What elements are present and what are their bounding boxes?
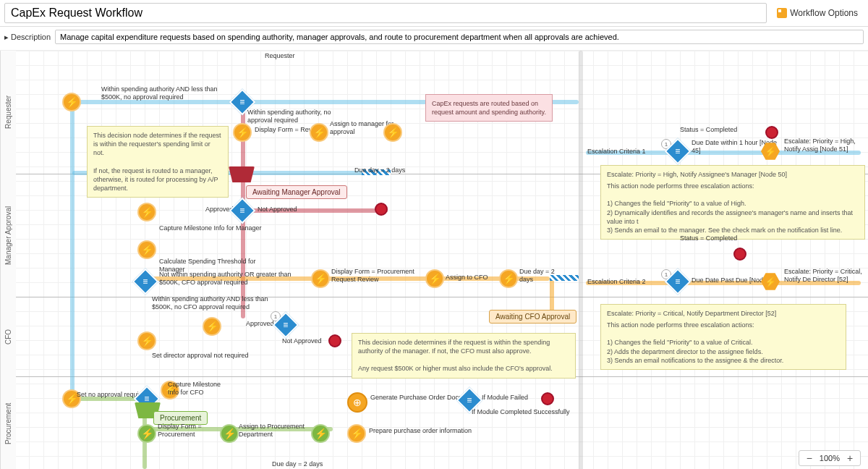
connector [70,101,75,398]
description-input[interactable] [55,30,864,44]
sticky-note[interactable]: This decision node determines if the req… [352,333,576,379]
state-pill[interactable]: Awaiting CFO Approval [489,310,576,324]
node-label: Capture Milestone Info for CFO [168,381,233,397]
note-line: 1) Changes the field "Priority" to a val… [607,338,840,347]
escalation-node[interactable]: ⚡ [761,272,780,291]
node-label: Escalate: Priority = Critical, Notify De… [784,268,868,284]
edge-label: If Module Failed [482,394,540,402]
action-node[interactable]: ⚡ [233,123,252,142]
edge-label: Not Approved [282,337,322,345]
edge-label: If Module Completed Successfully [472,408,573,416]
terminal-node[interactable] [765,126,778,139]
note-line: This action node performs three escalati… [607,321,840,329]
zoom-in-button[interactable]: + [844,452,856,464]
note-line: 1) Changes the field "Priority" to a val… [607,199,859,208]
note-line: 2) Adds the department director to the a… [607,347,840,356]
note-line: This decision node determines if the req… [358,338,569,355]
description-toggle[interactable]: ▸ Description [4,33,51,42]
action-node[interactable]: ⚡ [310,123,328,142]
edge-label: Not within spending authority OR greater… [159,271,311,287]
action-node[interactable]: ⚡ [347,424,366,443]
note-line: 3) Sends an email to the manager. See th… [607,226,859,234]
note-title: Escalate: Priority = High, Notify Assign… [607,170,859,179]
header-bar: Workflow Options [0,0,868,27]
lane-top-label: Requester [265,52,308,60]
zoom-out-button[interactable]: − [804,452,815,464]
decision-node[interactable]: ≡ [276,316,295,334]
note-line: This decision node determines if the req… [93,131,222,157]
action-node[interactable]: ⚡ [499,269,518,288]
node-label: Escalation Criteria 2 [587,278,660,286]
decision-node[interactable]: ≡ [233,201,252,220]
action-node[interactable]: ⚡ [203,317,221,336]
node-label: Display Form = Procurement [158,423,216,439]
edge-label: Status = Completed [680,234,738,242]
note-line: CapEx requests are routed based on reque… [432,99,546,117]
decision-node[interactable]: ≡ [136,272,155,291]
terminal-node[interactable] [375,203,388,216]
swimlane-procurement: Procurement [0,376,16,469]
decision-node[interactable]: ≡ [668,272,687,291]
edge-label: Due day = 2 days [354,166,420,174]
sticky-note[interactable]: CapEx requests are routed based on reque… [425,94,553,122]
milestone-node[interactable] [229,166,255,182]
sticky-note[interactable]: This decision node determines if the req… [87,126,229,198]
action-node[interactable]: ⚡ [220,424,239,443]
escalation-node[interactable]: ⚡ [761,142,780,161]
terminal-node[interactable] [328,334,341,347]
edge-label: Within spending authority AND less than … [152,295,275,311]
decision-node[interactable]: ≡ [460,391,479,410]
action-node[interactable]: ⚡ [62,93,81,111]
edge-label: Not Approved [258,206,297,214]
action-node[interactable]: ⚡ [425,269,444,288]
action-node[interactable]: ⚡ [311,424,330,443]
note-title: Escalate: Priority = Critical, Notify De… [607,309,840,318]
node-label: Prepare purchase order information [369,427,477,435]
list-icon [777,8,787,18]
edge-label: Due day = 2 days [519,268,563,284]
node-label: Escalate: Priority = High, Notify Assig … [784,138,868,153]
note-line: This action node performs three escalati… [607,182,859,190]
edge-label: Due day = 2 days [272,460,337,468]
workflow-title-input[interactable] [4,3,767,23]
workflow-options-button[interactable]: Workflow Options [771,5,864,21]
sticky-note[interactable]: Escalate: Priority = Critical, Notify De… [600,304,846,370]
action-node[interactable]: ⚡ [137,240,156,259]
sticky-note[interactable]: Escalate: Priority = High, Notify Assign… [600,165,865,240]
action-node[interactable]: ⚡ [137,203,156,221]
note-line: 2) Dynamically identifies and records th… [607,208,859,226]
module-node[interactable]: ⊕ [347,392,367,413]
action-node[interactable]: ⚡ [311,269,330,288]
section-divider [579,51,583,469]
edge-label: Within spending authority AND less than … [101,85,239,101]
description-row: ▸ Description [0,27,868,51]
workflow-options-label: Workflow Options [790,8,858,18]
note-line: If not, the request is routed to a manag… [93,166,222,193]
lane-divider [0,297,868,297]
node-label: Assign to Procurement Department [239,423,311,439]
zoom-control: − 100% + [799,450,861,466]
action-node[interactable]: ⚡ [383,123,402,142]
node-label: Display Form = Review [255,126,341,134]
decision-node[interactable]: ≡ [668,142,687,161]
action-node[interactable]: ⚡ [137,424,156,443]
note-line: 3) Sends an email notifications to the a… [607,356,840,365]
workflow-canvas[interactable]: Requester Manager Approval CFO Procureme… [0,51,868,469]
node-label: Escalation Criteria 1 [587,148,660,156]
node-label: Assign to CFO [446,274,496,282]
node-label: Display Form = Procurement Request Revie… [331,268,433,284]
swimlane-manager: Manager Approval [0,174,16,297]
zoom-value: 100% [820,454,840,462]
terminal-node[interactable] [733,248,746,261]
swimlane-requester: Requester [0,51,16,174]
action-node[interactable]: ⚡ [137,331,156,350]
note-line: Any request $500K or higher must also in… [358,364,569,373]
swimlane-cfo: CFO [0,297,16,376]
terminal-node[interactable] [541,392,554,405]
state-pill[interactable]: Awaiting Manager Approval [246,185,347,199]
edge-label: Approved [246,320,274,328]
node-label: Capture Milestone Info for Manager [159,224,268,232]
edge-label: Status = Completed [680,126,752,134]
node-label: Set director approval not required [152,352,260,360]
